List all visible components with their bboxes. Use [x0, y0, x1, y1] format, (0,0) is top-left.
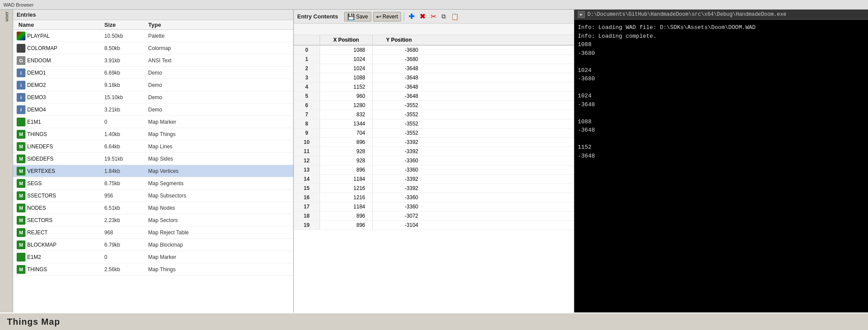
vertex-row[interactable]: 10896-3392: [294, 138, 574, 147]
entry-row[interactable]: iDEMO315.10kbDemo: [13, 91, 293, 104]
entry-type-cell: Map Sides: [145, 156, 281, 162]
entries-panel: Entries Name Size Type PLAYPAL10.50kbPal…: [13, 10, 294, 312]
vertex-row[interactable]: 21024-3648: [294, 64, 574, 73]
entry-name-cell: MTHINGS: [13, 265, 101, 274]
entry-name: DEMO3: [27, 94, 46, 100]
vertex-row[interactable]: 141184-3392: [294, 175, 574, 184]
entry-size-cell: 1.40kb: [101, 131, 145, 137]
entry-name: SEGS: [27, 180, 42, 187]
entry-row[interactable]: MSIDEDEFS19.51kbMap Sides: [13, 153, 293, 165]
entry-name-cell: MSECTORS: [13, 216, 101, 225]
entries-body[interactable]: PLAYPAL10.50kbPaletteCOLORMAP8.50kbColor…: [13, 30, 293, 310]
vertex-idx: 7: [294, 110, 320, 119]
col-header-type: Type: [145, 22, 267, 28]
entry-name: THINGS: [27, 266, 47, 273]
entry-name-cell: PLAYPAL: [13, 32, 101, 40]
entry-icon: M: [17, 216, 25, 225]
entry-name: PLAYPAL: [27, 33, 50, 39]
entry-row[interactable]: E1M20Map Marker: [13, 251, 293, 263]
cut-button[interactable]: ✂: [429, 11, 438, 22]
col-header-size: Size: [101, 22, 145, 28]
vth-x: X Position: [320, 35, 373, 45]
entry-size-cell: 8.75kb: [101, 180, 145, 187]
vertex-y: -3360: [373, 156, 425, 165]
vertex-row[interactable]: 13896-3360: [294, 165, 574, 175]
vertex-x: 896: [320, 221, 373, 230]
delete-button[interactable]: ✖: [418, 11, 427, 22]
entry-name-cell: MREJECT: [13, 228, 101, 237]
paste-button[interactable]: 📋: [449, 12, 460, 21]
vertex-x: 1024: [320, 55, 373, 64]
vertex-y: -3072: [373, 212, 425, 220]
vertex-row[interactable]: 9704-3552: [294, 129, 574, 138]
vertex-x: 832: [320, 110, 373, 119]
vertex-row[interactable]: 161216-3360: [294, 193, 574, 202]
entry-type-cell: Map Things: [145, 266, 281, 273]
vertex-row[interactable]: 19896-3104: [294, 221, 574, 230]
entry-row[interactable]: MTHINGS2.56kbMap Things: [13, 263, 293, 276]
entry-row[interactable]: COLORMAP8.50kbColormap: [13, 42, 293, 54]
copy-button[interactable]: ⧉: [440, 12, 448, 21]
vertex-row[interactable]: 151216-3392: [294, 184, 574, 193]
sidebar-label: wser: [4, 11, 9, 22]
vertex-row[interactable]: 01088-3680: [294, 46, 574, 55]
vertex-row[interactable]: 7832-3552: [294, 110, 574, 119]
save-button[interactable]: 💾 Save: [344, 12, 371, 22]
vertex-idx: 6: [294, 101, 320, 110]
entry-name-cell: MNODES: [13, 204, 101, 212]
entry-row[interactable]: iDEMO29.18kbDemo: [13, 79, 293, 91]
contents-panel: Entry Contents 💾 Save ↩ Revert ✚ ✖ ✂ ⧉ 📋: [294, 10, 574, 312]
entry-row[interactable]: MTHINGS1.40kbMap Things: [13, 128, 293, 140]
entry-row[interactable]: MREJECT968Map Reject Table: [13, 226, 293, 239]
entry-row[interactable]: MSSECTORS956Map Subsectors: [13, 190, 293, 202]
entry-name: THINGS: [27, 131, 47, 137]
vertex-x: 928: [320, 147, 373, 156]
vertex-row[interactable]: 31088-3648: [294, 73, 574, 82]
vertex-row[interactable]: 11928-3392: [294, 147, 574, 156]
entry-name-cell: MLINEDEFS: [13, 142, 101, 151]
entry-icon: M: [17, 142, 25, 151]
entry-row[interactable]: iDEMO43.21kbDemo: [13, 104, 293, 116]
vertex-row[interactable]: 11024-3680: [294, 55, 574, 64]
entry-row[interactable]: PLAYPAL10.50kbPalette: [13, 30, 293, 42]
vertex-row[interactable]: 12928-3360: [294, 156, 574, 165]
terminal-body[interactable]: Info: Loading WAD file: D:\SDKs\Assets\D…: [574, 20, 868, 312]
entry-row[interactable]: iDEMO16.69kbDemo: [13, 67, 293, 79]
entry-name: ENDOOM: [27, 57, 51, 64]
entry-icon: i: [17, 68, 25, 77]
entry-icon: M: [17, 130, 25, 139]
entry-name: SSECTORS: [27, 193, 56, 199]
vertex-x: 704: [320, 129, 373, 137]
vertex-y: -3648: [373, 92, 425, 100]
entry-type-cell: Map Reject Table: [145, 230, 281, 236]
add-button[interactable]: ✚: [407, 11, 416, 22]
vertex-row[interactable]: 41152-3648: [294, 82, 574, 92]
top-bar-label: WAD Browser: [4, 2, 34, 7]
entry-row[interactable]: E1M10Map Marker: [13, 116, 293, 128]
vertex-row[interactable]: 18896-3072: [294, 212, 574, 221]
entry-size-cell: 0: [101, 254, 145, 260]
entry-row[interactable]: MNODES6.51kbMap Nodes: [13, 202, 293, 214]
vertex-row[interactable]: 171184-3360: [294, 202, 574, 212]
entry-size-cell: 19.51kb: [101, 156, 145, 162]
vertex-x: 1280: [320, 101, 373, 110]
vertex-x: 896: [320, 165, 373, 174]
vertex-x: 1088: [320, 73, 373, 82]
vertex-row[interactable]: 5960-3648: [294, 92, 574, 101]
entry-row[interactable]: MBLOCKMAP6.79kbMap Blockmap: [13, 239, 293, 251]
entry-type-cell: Map Sectors: [145, 217, 281, 223]
entry-row[interactable]: MVERTEXES1.84kbMap Vertices: [13, 165, 293, 177]
vertex-table-body[interactable]: 01088-368011024-368021024-364831088-3648…: [294, 46, 574, 312]
vertex-row[interactable]: 81344-3552: [294, 119, 574, 129]
revert-button[interactable]: ↩ Revert: [373, 12, 401, 22]
entry-row[interactable]: MSECTORS2.23kbMap Sectors: [13, 214, 293, 226]
entry-row[interactable]: GENDOOM3.91kbANSI Text: [13, 54, 293, 67]
vertex-row[interactable]: 61280-3552: [294, 101, 574, 110]
entry-size-cell: 968: [101, 230, 145, 236]
entry-icon: M: [17, 167, 25, 176]
vertex-x: 1184: [320, 202, 373, 211]
entry-row[interactable]: MLINEDEFS6.64kbMap Lines: [13, 140, 293, 153]
vth-idx: [294, 35, 320, 45]
entry-row[interactable]: MSEGS8.75kbMap Segments: [13, 177, 293, 190]
terminal-line: Info: Loading WAD file: D:\SDKs\Assets\D…: [578, 23, 864, 32]
